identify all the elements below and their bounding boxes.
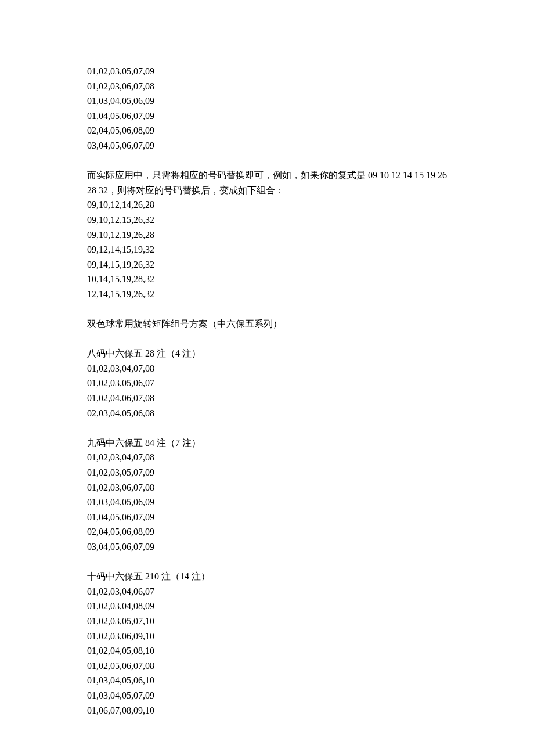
combo-line: 01,02,03,04,07,08 <box>87 361 447 376</box>
combo-line: 09,10,12,14,26,28 <box>87 197 447 213</box>
blank-line <box>87 555 447 570</box>
document-page: 01,02,03,05,07,09 01,02,03,06,07,08 01,0… <box>0 0 534 756</box>
paragraph: 而实际应用中，只需将相应的号码替换即可，例如，如果你的复式是 09 10 12 … <box>87 168 447 197</box>
combo-line: 01,02,03,05,07,10 <box>87 614 447 629</box>
combo-line: 01,06,07,08,09,10 <box>87 703 447 718</box>
combo-line: 02,03,04,05,06,08 <box>87 406 447 421</box>
combo-line: 01,02,03,05,07,09 <box>87 64 447 79</box>
combo-line: 01,02,04,06,07,08 <box>87 391 447 406</box>
combo-line: 09,12,14,15,19,32 <box>87 242 447 257</box>
combo-line: 01,02,03,04,06,07 <box>87 584 447 599</box>
combo-line: 01,02,03,05,07,09 <box>87 465 447 480</box>
combo-line: 12,14,15,19,26,32 <box>87 287 447 302</box>
combo-line: 02,04,05,06,08,09 <box>87 123 447 138</box>
combo-line: 03,04,05,06,07,09 <box>87 138 447 153</box>
subsection-title: 九码中六保五 84 注（7 注） <box>87 435 447 451</box>
combo-line: 01,02,05,06,07,08 <box>87 658 447 674</box>
subsection-title: 十码中六保五 210 注（14 注） <box>87 569 447 584</box>
blank-line <box>87 420 447 435</box>
combo-line: 01,03,04,05,06,09 <box>87 93 447 109</box>
combo-line: 01,03,04,05,06,09 <box>87 495 447 510</box>
combo-line: 10,14,15,19,28,32 <box>87 272 447 287</box>
combo-line: 01,02,03,04,08,09 <box>87 599 447 614</box>
combo-line: 09,10,12,19,26,28 <box>87 228 447 243</box>
combo-line: 02,04,05,06,08,09 <box>87 524 447 539</box>
combo-line: 01,03,04,05,07,09 <box>87 688 447 703</box>
subsection-title: 八码中六保五 28 注（4 注） <box>87 346 447 361</box>
section-heading: 双色球常用旋转矩阵组号方案（中六保五系列） <box>87 316 447 332</box>
combo-line: 01,02,03,06,07,08 <box>87 480 447 495</box>
combo-line: 01,02,03,06,09,10 <box>87 629 447 644</box>
combo-line: 01,04,05,06,07,09 <box>87 109 447 124</box>
blank-line <box>87 332 447 347</box>
combo-line: 01,02,04,05,08,10 <box>87 643 447 658</box>
combo-line: 01,02,03,04,07,08 <box>87 450 447 465</box>
combo-line: 01,02,03,05,06,07 <box>87 376 447 391</box>
combo-line: 01,04,05,06,07,09 <box>87 510 447 525</box>
combo-line: 09,10,12,15,26,32 <box>87 213 447 228</box>
blank-line <box>87 153 447 168</box>
combo-line: 03,04,05,06,07,09 <box>87 539 447 555</box>
combo-line: 09,14,15,19,26,32 <box>87 257 447 272</box>
combo-line: 01,03,04,05,06,10 <box>87 673 447 688</box>
combo-line: 01,02,03,06,07,08 <box>87 79 447 94</box>
blank-line <box>87 302 447 317</box>
